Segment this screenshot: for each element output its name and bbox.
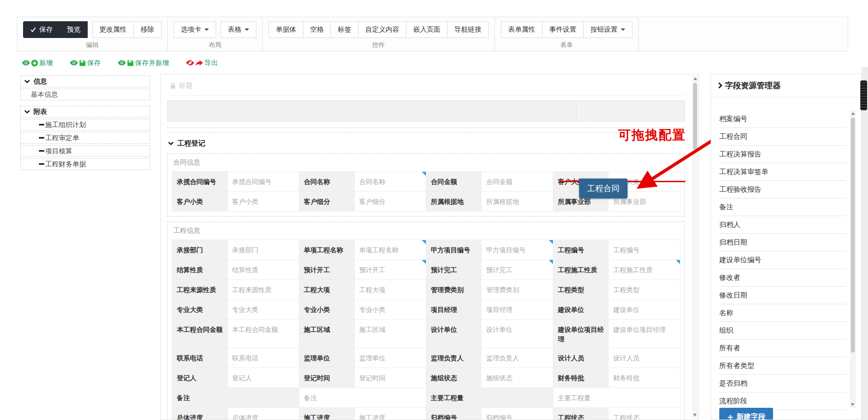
table-control-button[interactable]: 表格: [221, 21, 256, 38]
field-value-cell[interactable]: 备注: [299, 388, 426, 408]
toolbar-placeholder-bar[interactable]: [167, 100, 685, 122]
field-item[interactable]: 工程决算审签单: [719, 163, 846, 181]
dragged-field-chip[interactable]: 工程合同: [579, 179, 627, 198]
scroll-up-arrow-icon[interactable]: [693, 77, 697, 80]
field-label-cell[interactable]: 总体进度: [172, 408, 228, 420]
field-value-cell[interactable]: 联系电话: [228, 348, 299, 368]
field-panel-header[interactable]: 字段资源管理器: [711, 74, 861, 97]
bill-body-button[interactable]: 单据体: [269, 21, 303, 38]
field-label-cell[interactable]: 本工程合同金额: [172, 320, 228, 348]
field-item[interactable]: 所有者类型: [719, 357, 846, 375]
field-value-cell[interactable]: 监理单位: [355, 348, 426, 368]
field-value-cell[interactable]: 所属根据地: [481, 192, 553, 212]
tree-item[interactable]: 工程审定单: [20, 132, 150, 144]
field-label-cell[interactable]: 合同金额: [426, 172, 482, 192]
nav-link-button[interactable]: 导航链接: [447, 21, 489, 38]
save-button[interactable]: 保存: [23, 21, 60, 38]
field-value-cell[interactable]: 工程状态: [609, 408, 680, 420]
field-value-cell[interactable]: 合同金额: [481, 172, 553, 192]
field-value-cell[interactable]: 工程大项: [355, 280, 426, 300]
field-label-cell[interactable]: 项目经理: [426, 300, 482, 320]
quickbar-save-and-new-button[interactable]: 保存并新增: [118, 59, 169, 67]
field-value-cell[interactable]: 登记人: [228, 368, 299, 388]
field-label-cell[interactable]: 管理费类别: [426, 280, 482, 300]
field-label-cell[interactable]: 监理单位: [299, 348, 355, 368]
field-label-cell[interactable]: 承接部门: [172, 240, 228, 260]
field-value-cell[interactable]: 结算性质: [228, 260, 299, 280]
field-value-cell[interactable]: 本工程合同金额: [228, 320, 299, 348]
tree-section-header[interactable]: 附表: [20, 106, 150, 118]
tree-section-header[interactable]: 信息: [20, 76, 150, 87]
field-item[interactable]: 工程验收报告: [719, 181, 846, 198]
tree-item[interactable]: 基本信息: [20, 89, 150, 100]
field-item[interactable]: 建设单位编号: [719, 251, 846, 269]
field-label-cell[interactable]: 建设单位项目经理: [553, 320, 609, 348]
change-properties-button[interactable]: 更改属性: [92, 21, 134, 38]
tab-control-button[interactable]: 选项卡: [174, 21, 216, 38]
field-list-scrollbar-thumb[interactable]: [851, 118, 855, 353]
field-item[interactable]: 备注: [719, 198, 846, 216]
field-value-cell[interactable]: 专业大类: [228, 300, 299, 320]
field-label-cell[interactable]: 合同名称: [299, 172, 355, 192]
tree-item[interactable]: 工程财务单据: [20, 158, 150, 170]
field-value-cell[interactable]: 设计人员: [609, 348, 680, 368]
field-label-cell[interactable]: 客户小类: [172, 192, 228, 212]
field-label-cell[interactable]: 登记时间: [299, 368, 355, 388]
field-label-cell[interactable]: 施组状态: [426, 368, 482, 388]
field-label-cell[interactable]: 专业小类: [299, 300, 355, 320]
event-settings-button[interactable]: 事件设置: [542, 21, 584, 38]
new-field-button[interactable]: + 新建字段: [719, 408, 773, 420]
field-value-cell[interactable]: 管理费类别: [481, 280, 553, 300]
field-label-cell[interactable]: 登记人: [172, 368, 228, 388]
field-label-cell[interactable]: 客户细分: [299, 192, 355, 212]
remove-button[interactable]: 移除: [133, 21, 161, 38]
field-value-cell[interactable]: 监理负责人: [481, 348, 553, 368]
field-label-cell[interactable]: 财务特批: [553, 368, 609, 388]
field-value-cell[interactable]: 项目经理: [481, 300, 553, 320]
field-value-cell[interactable]: 工程施工性质: [609, 260, 680, 280]
field-value-cell[interactable]: 总体进度: [228, 408, 299, 420]
form-properties-button[interactable]: 表单属性: [501, 21, 542, 38]
field-value-cell[interactable]: 建设单位: [609, 300, 680, 320]
field-value-cell[interactable]: 施组状态: [481, 368, 553, 388]
field-label-cell[interactable]: 归档编号: [426, 408, 482, 420]
field-item[interactable]: 所有者: [719, 340, 846, 357]
field-value-cell[interactable]: 工程来源性质: [228, 280, 299, 300]
field-value-cell[interactable]: 合同名称: [355, 172, 426, 192]
canvas-scrollbar[interactable]: [692, 76, 698, 418]
quickbar-add-new-button[interactable]: 新增: [22, 59, 53, 67]
field-value-cell[interactable]: 归档编号: [481, 408, 553, 420]
field-label-cell[interactable]: 承揽合同编号: [172, 172, 228, 192]
section-header[interactable]: 工程登记: [168, 139, 685, 148]
locked-title-element[interactable]: 标题: [167, 78, 685, 96]
field-value-cell[interactable]: 预计开工: [355, 260, 426, 280]
field-item[interactable]: 工程合同: [719, 128, 846, 146]
field-list-scrollbar[interactable]: [850, 110, 856, 408]
field-label-cell[interactable]: 设计单位: [426, 320, 482, 348]
empty-row-placeholder[interactable]: [167, 127, 685, 132]
field-item[interactable]: 修改日期: [719, 287, 846, 304]
field-value-cell[interactable]: 单项工程名称: [355, 240, 426, 260]
field-value-cell[interactable]: 专业小类: [355, 300, 426, 320]
label-button[interactable]: 标签: [330, 21, 359, 38]
field-item[interactable]: 修改者: [719, 269, 846, 287]
tree-item[interactable]: 项目核算: [20, 145, 150, 157]
field-value-cell[interactable]: 工程类型: [609, 280, 680, 300]
field-item[interactable]: 名称: [719, 304, 846, 322]
field-label-cell[interactable]: 施工进度: [299, 408, 355, 420]
spacer-button[interactable]: 空格: [303, 21, 331, 38]
field-label-cell[interactable]: 工程来源性质: [172, 280, 228, 300]
field-value-cell[interactable]: 施工区域: [355, 320, 426, 348]
field-value-cell[interactable]: 施工进度: [355, 408, 426, 420]
field-label-cell[interactable]: 工程类型: [553, 280, 609, 300]
tree-item[interactable]: 施工组织计划: [20, 119, 150, 131]
field-item[interactable]: 组织: [719, 322, 846, 340]
embed-page-button[interactable]: 嵌入页面: [406, 21, 448, 38]
scroll-down-arrow-icon[interactable]: [693, 414, 697, 416]
field-item[interactable]: 是否归档: [719, 375, 846, 392]
field-value-cell[interactable]: 客户细分: [355, 192, 426, 212]
preview-button[interactable]: 预览: [60, 21, 88, 38]
field-value-cell[interactable]: 财务特批: [609, 368, 680, 388]
canvas-scrollbar-thumb[interactable]: [693, 83, 697, 150]
quickbar-export-button[interactable]: 导出: [186, 59, 218, 67]
